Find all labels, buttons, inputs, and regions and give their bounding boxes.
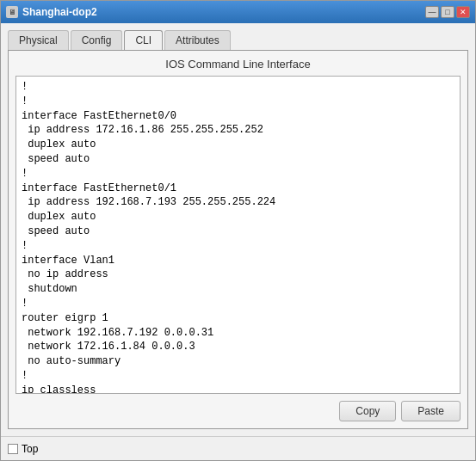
title-buttons: — □ ✕ (425, 6, 470, 18)
tab-config[interactable]: Config (71, 30, 123, 50)
top-checkbox-label: Top (22, 443, 38, 455)
tab-attributes[interactable]: Attributes (164, 30, 231, 50)
main-window: 🖥 Shanghai-dop2 — □ ✕ Physical Config CL… (0, 0, 476, 461)
tab-bar: Physical Config CLI Attributes (8, 30, 468, 50)
minimize-button[interactable]: — (425, 6, 439, 18)
window-content: Physical Config CLI Attributes IOS Comma… (1, 23, 475, 436)
tab-cli[interactable]: CLI (124, 30, 163, 50)
copy-button[interactable]: Copy (339, 401, 396, 421)
title-bar: 🖥 Shanghai-dop2 — □ ✕ (1, 1, 475, 23)
top-checkbox[interactable] (8, 444, 18, 454)
cli-terminal[interactable]: ! ! interface FastEthernet0/0 ip address… (15, 76, 461, 394)
title-bar-left: 🖥 Shanghai-dop2 (6, 6, 97, 18)
cli-panel: IOS Command Line Interface ! ! interface… (8, 50, 468, 429)
close-button[interactable]: ✕ (456, 6, 470, 18)
cli-section-title: IOS Command Line Interface (15, 58, 461, 71)
maximize-button[interactable]: □ (441, 6, 454, 18)
cli-button-row: Copy Paste (15, 401, 461, 421)
top-checkbox-area[interactable]: Top (8, 443, 38, 455)
paste-button[interactable]: Paste (401, 401, 461, 421)
tab-physical[interactable]: Physical (8, 30, 69, 50)
window-title: Shanghai-dop2 (22, 6, 97, 18)
window-icon: 🖥 (6, 6, 18, 18)
bottom-bar: Top (1, 436, 475, 460)
